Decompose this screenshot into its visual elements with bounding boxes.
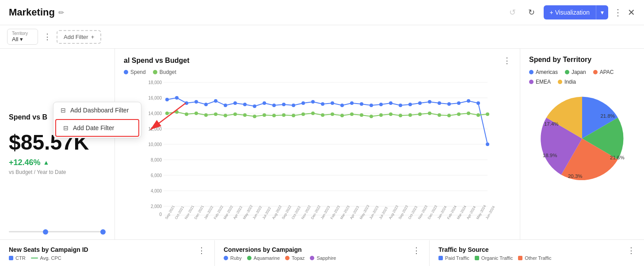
- slider-container: [9, 231, 106, 232]
- svg-point-39: [331, 101, 334, 105]
- header-more-button[interactable]: ⋮: [614, 7, 622, 18]
- chart-legend: Spend Budget: [124, 69, 511, 75]
- add-dashboard-filter-item[interactable]: ⊟ Add Dashboard Filter: [53, 102, 141, 118]
- svg-point-33: [272, 104, 276, 107]
- svg-text:12,000: 12,000: [148, 127, 162, 131]
- viz-button-label[interactable]: + Visualization: [544, 5, 596, 19]
- legend-avg-cpc: Avg. CPC: [31, 255, 61, 261]
- legend-ruby: Ruby: [224, 255, 242, 261]
- svg-point-61: [214, 112, 217, 116]
- toolbar-more-button[interactable]: ⋮: [43, 32, 51, 42]
- legend-topaz: Topaz: [285, 255, 305, 261]
- other-traffic-square: [518, 256, 522, 260]
- svg-point-52: [457, 101, 461, 105]
- svg-point-69: [292, 114, 295, 117]
- slider-handle-right[interactable]: [100, 229, 106, 235]
- territory-filter-button[interactable]: Territory All ▾: [7, 29, 38, 45]
- svg-point-65: [253, 115, 256, 118]
- chart-header: al Spend vs Budget ⋮: [124, 56, 511, 66]
- avg-cpc-label: Avg. CPC: [40, 255, 61, 261]
- svg-text:4,000: 4,000: [151, 189, 162, 193]
- undo-button[interactable]: ↺: [506, 6, 519, 19]
- legend-paid-traffic: Paid Traffic: [438, 255, 469, 261]
- pie-container: 21.8% 21.6% 20.3% 18.9% 17.4%: [529, 92, 635, 185]
- avg-cpc-line: [31, 258, 38, 258]
- slider-track[interactable]: [9, 231, 106, 232]
- svg-point-35: [292, 104, 295, 107]
- svg-point-27: [214, 99, 217, 103]
- svg-text:17.4%: 17.4%: [544, 121, 559, 127]
- bottom-more-button-1[interactable]: ⋮: [198, 246, 206, 255]
- svg-point-29: [233, 101, 237, 105]
- app-container: Marketing ✏ ↺ ↻ + Visualization ▾ ⋮ ✕ Te…: [0, 0, 644, 266]
- svg-text:21.6%: 21.6%: [610, 155, 625, 160]
- svg-point-41: [350, 101, 354, 105]
- americas-dot: [529, 70, 533, 74]
- svg-point-72: [321, 113, 324, 117]
- bottom-panel-2: Conversions by Campaign ⋮ Ruby Aquamarin…: [215, 240, 430, 266]
- legend-americas: Americas: [529, 69, 558, 75]
- legend-india: India: [558, 79, 576, 85]
- svg-point-30: [243, 103, 247, 106]
- close-button[interactable]: ✕: [628, 7, 635, 18]
- legend-apac: APAC: [593, 69, 614, 75]
- ctr-label: CTR: [15, 255, 26, 261]
- edit-icon[interactable]: ✏: [58, 8, 64, 17]
- add-filter-icon: +: [91, 34, 95, 40]
- svg-point-60: [204, 113, 208, 117]
- ctr-square: [9, 256, 13, 260]
- territory-label: Territory: [12, 31, 28, 36]
- slider-handle-left[interactable]: [43, 229, 48, 235]
- bottom-more-button-3[interactable]: ⋮: [627, 246, 635, 255]
- svg-text:Jan-2024: Jan-2024: [437, 205, 448, 220]
- header-right: ↺ ↻ + Visualization ▾ ⋮ ✕: [506, 5, 635, 19]
- filter-icon-2: ⊟: [63, 124, 69, 131]
- legend-budget: Budget: [153, 69, 176, 75]
- svg-point-83: [428, 112, 431, 115]
- svg-point-57: [175, 110, 179, 114]
- viz-button-arrow[interactable]: ▾: [596, 5, 608, 19]
- spend-legend-label: Spend: [130, 69, 146, 75]
- territory-value: All ▾: [12, 36, 23, 42]
- bottom-panel-3: Traffic by Source ⋮ Paid Traffic Organic…: [430, 240, 644, 266]
- other-traffic-label: Other Traffic: [525, 255, 551, 261]
- svg-text:6,000: 6,000: [151, 173, 162, 178]
- svg-point-46: [399, 104, 402, 107]
- bottom-legend-2: Ruby Aquamarine Topaz Sapphire: [224, 255, 420, 261]
- svg-point-76: [360, 113, 363, 117]
- paid-traffic-label: Paid Traffic: [445, 255, 469, 261]
- svg-point-63: [233, 112, 237, 116]
- svg-point-51: [447, 102, 451, 106]
- svg-point-37: [311, 100, 315, 104]
- svg-point-24: [185, 101, 188, 105]
- svg-point-89: [486, 112, 489, 116]
- add-filter-label: Add Filter: [64, 34, 88, 40]
- chart-more-button[interactable]: ⋮: [503, 56, 511, 66]
- add-date-filter-item[interactable]: ⊟ Add Date Filter: [55, 119, 139, 137]
- add-filter-button[interactable]: Add Filter +: [57, 30, 101, 44]
- apac-label: APAC: [600, 69, 614, 75]
- svg-text:20.3%: 20.3%: [568, 173, 583, 179]
- sapphire-label: Sapphire: [316, 255, 336, 261]
- main-content: Spend vs B $85.57K +12.46% ▲ vs Budget /…: [0, 49, 644, 239]
- japan-label: Japan: [572, 69, 586, 75]
- pct-change: +12.46% ▲: [9, 158, 106, 167]
- bottom-panel-1: New Seats by Campaign ID ⋮ CTR Avg. CPC: [0, 240, 215, 266]
- redo-button[interactable]: ↻: [525, 6, 538, 19]
- svg-text:Jun-2024: Jun-2024: [485, 205, 496, 220]
- svg-point-42: [360, 102, 363, 106]
- svg-point-80: [399, 114, 402, 117]
- bottom-more-button-2[interactable]: ⋮: [412, 246, 420, 255]
- svg-point-82: [418, 112, 422, 116]
- svg-point-77: [370, 115, 373, 118]
- svg-text:16,000: 16,000: [148, 96, 162, 100]
- svg-point-62: [224, 114, 227, 117]
- svg-text:14,000: 14,000: [148, 111, 162, 116]
- legend-spend: Spend: [124, 69, 146, 75]
- svg-text:Apr-2022: Apr-2022: [232, 205, 244, 220]
- apac-dot: [593, 70, 598, 74]
- pie-chart-svg: 21.8% 21.6% 20.3% 18.9% 17.4%: [536, 92, 629, 185]
- svg-text:Apr-2024: Apr-2024: [466, 205, 477, 220]
- visualization-button[interactable]: + Visualization ▾: [544, 5, 608, 19]
- svg-point-86: [457, 112, 461, 116]
